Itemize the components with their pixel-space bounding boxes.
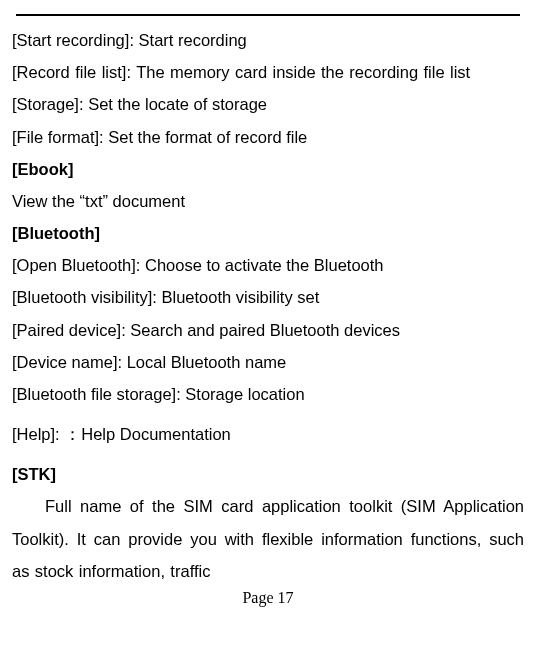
body-line: [Bluetooth visibility]: Bluetooth visibi… <box>12 281 524 313</box>
body-line: [Open Bluetooth]: Choose to activate the… <box>12 249 524 281</box>
section-heading-ebook: [Ebook] <box>12 153 524 185</box>
body-line: [File format]: Set the format of record … <box>12 121 524 153</box>
body-line: [Bluetooth file storage]: Storage locati… <box>12 378 524 410</box>
body-line: [Help]: ：Help Documentation <box>12 418 524 450</box>
body-line: [Record file list]: The memory card insi… <box>12 56 524 88</box>
body-line: View the “txt” document <box>12 185 524 217</box>
page-number: Page 17 <box>12 589 524 607</box>
body-paragraph: Full name of the SIM card application to… <box>12 490 524 587</box>
document-page: [Start recording]: Start recording [Reco… <box>0 14 536 649</box>
section-heading-bluetooth: [Bluetooth] <box>12 217 524 249</box>
body-line: [Device name]: Local Bluetooth name <box>12 346 524 378</box>
section-heading-stk: [STK] <box>12 458 524 490</box>
top-rule <box>16 14 520 16</box>
body-line: [Paired device]: Search and paired Bluet… <box>12 314 524 346</box>
body-line: [Start recording]: Start recording <box>12 24 524 56</box>
body-line: [Storage]: Set the locate of storage <box>12 88 524 120</box>
